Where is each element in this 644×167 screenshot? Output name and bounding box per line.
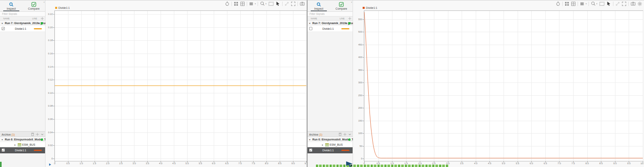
fullscreen-icon[interactable] xyxy=(291,2,295,6)
data-cursors-icon[interactable] xyxy=(556,1,560,6)
bus-signal-icon xyxy=(18,143,21,146)
compare-check-icon xyxy=(31,2,36,7)
background-highlighted-text xyxy=(316,165,449,167)
signal-sidebar: Inspect Compare ‹ NAME LINE ▾ xyxy=(308,0,353,167)
layout-grid-icon[interactable] xyxy=(234,2,238,6)
bus-row[interactable]: ▸ ESM_BUS xyxy=(0,142,45,147)
mouse-cursor xyxy=(346,161,353,167)
archive-run-expand-icon[interactable]: ▾ xyxy=(2,138,3,141)
archive-header[interactable]: Archive (1) xyxy=(0,131,45,137)
chart-toolbar: ▾ ▾ xyxy=(353,0,644,7)
tab-compare[interactable]: Compare xyxy=(330,0,353,11)
fit-to-view-icon[interactable] xyxy=(599,2,605,6)
zoom-menu-icon[interactable]: ▾ xyxy=(591,1,597,6)
archive-run-expand-icon[interactable]: ▾ xyxy=(309,138,310,141)
run-row[interactable]: ▾ Run 7: Gierdynamik_2019a [Current] xyxy=(308,21,353,26)
collapse-sidebar-icon[interactable]: ‹ xyxy=(351,1,352,4)
signal-checkbox[interactable] xyxy=(309,27,312,30)
archive-signal-checkbox[interactable] xyxy=(2,148,5,152)
tab-compare[interactable]: Compare xyxy=(23,0,45,11)
plot-canvas[interactable]: 00.51.01.52.02.53.03.54.04.55.05.56.06.5… xyxy=(364,10,643,161)
archive-run-status-dot xyxy=(41,138,43,141)
run-status-dot xyxy=(41,22,43,25)
layout-grid-icon[interactable] xyxy=(565,2,569,6)
run-expand-icon[interactable]: ▾ xyxy=(309,22,310,25)
signal-checkbox[interactable] xyxy=(2,27,5,30)
tab-inspect[interactable]: Inspect xyxy=(308,0,330,11)
bus-expand-icon[interactable]: ▸ xyxy=(322,143,323,146)
archive-signal-label: Divide1:1 xyxy=(322,149,334,152)
archive-signal-row-selected[interactable]: Divide1:1 xyxy=(308,147,353,153)
snapshot-camera-icon[interactable] xyxy=(300,2,305,6)
run-status-dot xyxy=(348,22,351,25)
run-expand-icon[interactable]: ▾ xyxy=(2,22,3,25)
inspect-search-icon xyxy=(9,2,14,7)
archive-signal-line-swatch[interactable] xyxy=(341,150,349,151)
plot-canvas[interactable]: 00.51.01.52.02.53.03.54.04.55.05.56.06.5… xyxy=(54,10,307,161)
settings-gear-icon[interactable] xyxy=(638,2,642,6)
archive-count: (1) xyxy=(319,133,322,136)
layout-edit-icon[interactable] xyxy=(240,2,245,6)
chart-area: ▾ ▾ Divide1:1 00.51.01.52.02.53.03.54.04… xyxy=(45,0,307,167)
legend-color-swatch xyxy=(55,7,57,9)
signal-line-swatch[interactable] xyxy=(34,28,42,29)
chart-toolbar: ▾ ▾ xyxy=(45,0,306,7)
archive-title: Archive xyxy=(2,133,12,136)
screenshot-stage: Inspect Compare ‹ NAME LINE ▾ xyxy=(0,0,644,167)
bus-label: ESM_BUS xyxy=(22,143,35,146)
filter-signals-input[interactable] xyxy=(0,12,45,16)
archive-delete-icon[interactable] xyxy=(31,132,34,136)
zoom-menu-icon[interactable]: ▾ xyxy=(260,1,266,6)
tab-inspect[interactable]: Inspect xyxy=(0,0,23,11)
archive-run-row[interactable]: ▾ Run 6: Einspurmodell_Modul_Test xyxy=(0,137,45,142)
pointer-tool-icon[interactable] xyxy=(607,1,611,6)
signal-label: Divide1:1 xyxy=(15,27,26,30)
legend-label: Divide1:1 xyxy=(58,6,70,9)
collapse-sidebar-icon[interactable]: ‹ xyxy=(43,1,45,4)
archive-run-row[interactable]: ▾ Run 6: Einspurmodell_Modul_Test xyxy=(308,137,353,142)
sidebar-tabs: Inspect Compare ‹ xyxy=(0,0,45,12)
archive-signal-checkbox[interactable] xyxy=(309,148,312,152)
chart-area: ▾ ▾ Divide1:1 00.51.01.52.02.53.03.54.04… xyxy=(353,0,644,167)
fit-to-view-icon[interactable] xyxy=(268,2,274,6)
snapshot-camera-icon[interactable] xyxy=(631,2,636,6)
archive-collapse-chevron-icon[interactable] xyxy=(41,133,44,136)
archive-signal-row-selected[interactable]: Divide1:1 xyxy=(0,147,45,153)
legend-label: Divide1:1 xyxy=(366,6,377,9)
archive-delete-icon[interactable] xyxy=(339,132,342,136)
background-green-sliver xyxy=(0,162,2,167)
archive-run-status-dot xyxy=(348,138,351,141)
bus-row[interactable]: ▸ ESM_BUS xyxy=(308,142,353,147)
sdi-window-left: Inspect Compare ‹ NAME LINE ▾ xyxy=(0,0,307,167)
fullscreen-icon[interactable] xyxy=(622,2,626,6)
pan-dim-icon[interactable] xyxy=(615,2,620,6)
data-cursors-icon[interactable] xyxy=(225,1,229,6)
visualization-gallery-icon[interactable]: ▾ xyxy=(580,2,587,6)
signal-row[interactable]: Divide1:1 xyxy=(308,26,353,32)
archive-settings-gear-icon[interactable] xyxy=(343,133,347,136)
layout-edit-icon[interactable] xyxy=(571,2,576,6)
bus-expand-icon[interactable]: ▸ xyxy=(14,143,16,146)
filter-signals-input[interactable] xyxy=(308,12,353,16)
archive-settings-gear-icon[interactable] xyxy=(36,133,39,136)
archive-collapse-chevron-icon[interactable] xyxy=(348,133,351,136)
chart-legend[interactable]: Divide1:1 xyxy=(55,6,70,9)
pan-dim-icon[interactable] xyxy=(285,2,289,6)
tab-inspect-label: Inspect xyxy=(7,7,16,10)
tab-compare-label: Compare xyxy=(336,7,347,10)
pointer-tool-icon[interactable] xyxy=(276,1,280,6)
archive-signal-line-swatch[interactable] xyxy=(34,150,42,151)
signal-line-swatch[interactable] xyxy=(341,28,349,29)
column-name: NAME xyxy=(3,17,10,20)
column-settings-gear-icon[interactable] xyxy=(348,17,351,20)
small-blue-marker xyxy=(49,163,51,166)
archive-header[interactable]: Archive (1) xyxy=(308,131,353,137)
visualization-gallery-icon[interactable]: ▾ xyxy=(249,2,256,6)
signal-row[interactable]: Divide1:1 xyxy=(0,26,45,32)
run-row[interactable]: ▾ Run 7: Gierdynamik_2019a [Current] xyxy=(0,21,45,26)
inspect-search-icon xyxy=(316,2,321,7)
signal-label: Divide1:1 xyxy=(322,27,334,30)
column-settings-gear-icon[interactable] xyxy=(41,17,44,20)
chart-legend[interactable]: Divide1:1 xyxy=(363,6,377,9)
archive-signal-label: Divide1:1 xyxy=(15,149,26,152)
